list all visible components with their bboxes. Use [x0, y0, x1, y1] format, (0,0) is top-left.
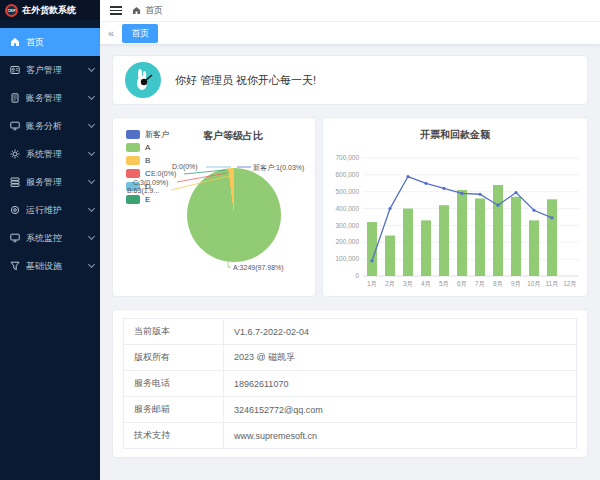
pie-label-new-customer: 新客户:1(0.03%)	[253, 163, 304, 173]
sidebar-item-service[interactable]: 服务管理	[0, 168, 100, 196]
pie-label-c: C:3(0.09%)	[133, 179, 168, 186]
home-icon	[132, 6, 141, 15]
legend-item[interactable]: E	[126, 193, 169, 206]
breadcrumb-home: 首页	[145, 4, 163, 17]
sidebar-item-maintenance[interactable]: 运行维护	[0, 196, 100, 224]
svg-text:400,000: 400,000	[336, 205, 360, 212]
legend-label: E	[145, 195, 150, 204]
sidebar-item-customers[interactable]: 客户管理	[0, 56, 100, 84]
svg-text:200,000: 200,000	[336, 238, 360, 245]
pie-label-a: A:3249(97.98%)	[233, 264, 284, 271]
svg-text:500,000: 500,000	[336, 188, 360, 195]
app-logo-icon: CKF	[5, 4, 18, 17]
table-row: 技术支持 www.supremesoft.cn	[124, 423, 577, 449]
pie-label-d: D:0(0%)	[172, 163, 198, 170]
top-header: 首页	[100, 0, 600, 22]
table-row: 服务电话 18962611070	[124, 371, 577, 397]
info-label: 服务邮箱	[124, 397, 224, 423]
sidebar-item-label: 基础设施	[26, 260, 83, 273]
pie-label-e: E:0(0%)	[151, 170, 176, 177]
greeting-card: 你好 管理员 祝你开心每一天!	[112, 55, 588, 105]
sidebar-item-label: 首页	[26, 36, 94, 49]
tab-bar: « 首页	[100, 22, 600, 45]
pie-label-b: B:63(1.9...	[127, 187, 159, 194]
chevron-down-icon	[88, 233, 95, 240]
legend-item[interactable]: 新客户	[126, 128, 169, 141]
infrastructure-icon	[10, 261, 20, 271]
legend-swatch	[126, 195, 140, 204]
svg-text:100,000: 100,000	[336, 255, 360, 262]
sidebar-item-label: 账务管理	[26, 92, 83, 105]
info-label: 技术支持	[124, 423, 224, 449]
customer-icon	[10, 65, 20, 75]
pie-chart[interactable]	[187, 168, 281, 262]
legend-swatch	[126, 130, 140, 139]
sidebar-item-label: 服务管理	[26, 176, 83, 189]
gear-icon	[10, 149, 20, 159]
chevron-down-icon	[88, 149, 95, 156]
legend-swatch	[126, 143, 140, 152]
info-value: 3246152772@qq.com	[224, 397, 577, 423]
info-label: 当前版本	[124, 319, 224, 345]
svg-text:3月: 3月	[403, 280, 413, 288]
app-title: 在外货款系统	[22, 4, 76, 17]
bar-line-chart[interactable]: 0100,000200,000300,000400,000500,000600,…	[327, 144, 585, 294]
chevron-down-icon	[88, 93, 95, 100]
logo-bar: CKF 在外货款系统	[0, 0, 100, 20]
bar-chart-title: 开票和回款金额	[323, 128, 587, 142]
chevron-down-icon	[88, 205, 95, 212]
sidebar-menu: 首页 客户管理 账务管理 账务分析 系统管理	[0, 20, 100, 280]
legend-label: B	[145, 156, 150, 165]
sidebar-item-label: 账务分析	[26, 120, 83, 133]
sidebar-item-analysis[interactable]: 账务分析	[0, 112, 100, 140]
table-row: 当前版本 V1.6.7-2022-02-04	[124, 319, 577, 345]
table-row: 服务邮箱 3246152772@qq.com	[124, 397, 577, 423]
sidebar-item-label: 系统管理	[26, 148, 83, 161]
legend-item[interactable]: A	[126, 141, 169, 154]
svg-text:0: 0	[355, 272, 359, 279]
sidebar-item-monitor[interactable]: 系统监控	[0, 224, 100, 252]
sidebar-item-label: 运行维护	[26, 204, 83, 217]
chevron-down-icon	[88, 177, 95, 184]
svg-text:5月: 5月	[439, 280, 449, 288]
rabbit-avatar-icon	[132, 68, 154, 92]
sidebar-item-system[interactable]: 系统管理	[0, 140, 100, 168]
legend-label: A	[145, 143, 150, 152]
avatar	[125, 62, 161, 98]
system-info-table: 当前版本 V1.6.7-2022-02-04 版权所有 2023 @ 磁凯孚 服…	[123, 318, 577, 449]
sidebar-item-label: 系统监控	[26, 232, 83, 245]
monitor-icon	[10, 233, 20, 243]
svg-text:10月: 10月	[527, 280, 541, 288]
info-value: V1.6.7-2022-02-04	[224, 319, 577, 345]
chevron-down-icon	[88, 261, 95, 268]
tab-scroll-left-icon[interactable]: «	[108, 28, 114, 39]
tab-home[interactable]: 首页	[122, 24, 158, 43]
app-window: CKF 在外货款系统 首页 客户管理 账务管理 账务分析	[0, 0, 600, 480]
chevron-down-icon	[88, 121, 95, 128]
breadcrumb[interactable]: 首页	[132, 4, 163, 17]
svg-text:4月: 4月	[421, 280, 431, 288]
svg-text:11月: 11月	[545, 280, 558, 288]
maintenance-icon	[10, 205, 20, 215]
svg-text:7月: 7月	[475, 280, 485, 288]
sidebar-item-home[interactable]: 首页	[0, 28, 100, 56]
pie-chart-title: 客户等级占比	[203, 129, 263, 143]
chevron-down-icon	[88, 65, 95, 72]
system-info-card: 当前版本 V1.6.7-2022-02-04 版权所有 2023 @ 磁凯孚 服…	[112, 309, 588, 458]
svg-text:8月: 8月	[493, 280, 503, 288]
legend-item[interactable]: B	[126, 154, 169, 167]
page-content: 你好 管理员 祝你开心每一天! 客户等级占比 新客户ABCDE	[100, 45, 600, 480]
table-row: 版权所有 2023 @ 磁凯孚	[124, 345, 577, 371]
sidebar: CKF 在外货款系统 首页 客户管理 账务管理 账务分析	[0, 0, 100, 480]
hamburger-menu-icon[interactable]	[110, 6, 122, 15]
home-icon	[10, 37, 20, 47]
svg-text:6月: 6月	[457, 280, 467, 288]
charts-row: 客户等级占比 新客户ABCDE 新客户:1(0.03%) A:3249(97.9…	[112, 117, 588, 297]
main-column: 首页 « 首页 你好 管理员 祝你开心每一天!	[100, 0, 600, 480]
sidebar-item-accounting[interactable]: 账务管理	[0, 84, 100, 112]
info-label: 服务电话	[124, 371, 224, 397]
analysis-icon	[10, 121, 20, 131]
legend-swatch	[126, 156, 140, 165]
sidebar-item-label: 客户管理	[26, 64, 83, 77]
sidebar-item-infrastructure[interactable]: 基础设施	[0, 252, 100, 280]
